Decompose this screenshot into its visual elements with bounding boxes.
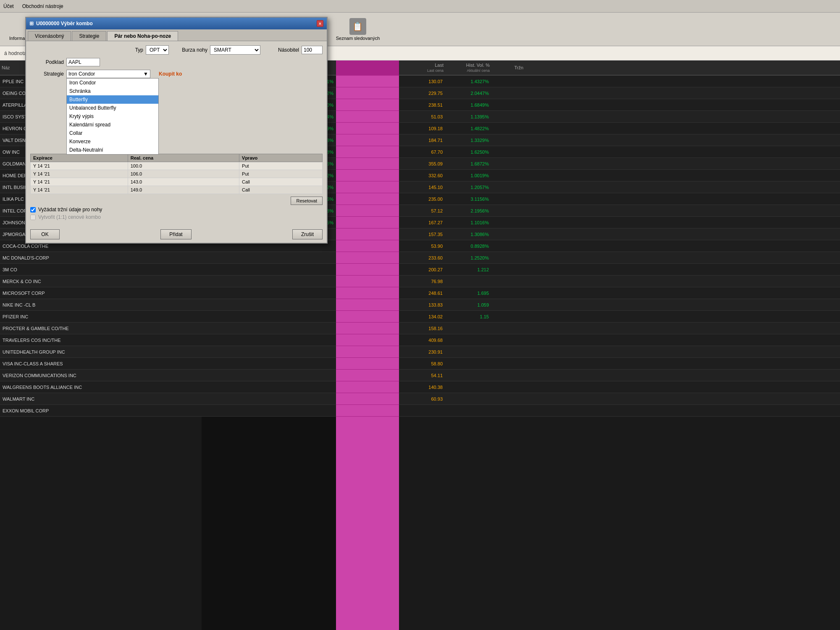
nasobitel-input[interactable] — [302, 46, 323, 54]
right-last: 167.27 — [399, 220, 445, 225]
right-row: 158.16 — [399, 323, 840, 334]
pink-row — [336, 87, 399, 99]
watchlist-cell-name: 3M CO — [0, 267, 92, 272]
typ-select[interactable]: OPT STK — [146, 45, 169, 55]
pct-row — [286, 346, 336, 358]
modal-tab-vicenasobny[interactable]: Vícenásobný — [28, 31, 71, 41]
legs-col-real: Real. cena — [128, 154, 239, 162]
legs-tbody: Y 14 '21 100.0 Put Y 14 '21 106.0 Put Y … — [31, 162, 323, 194]
pct-row — [286, 323, 336, 334]
right-last: 109.18 — [399, 126, 445, 131]
pink-bar-section — [336, 60, 399, 630]
nav-item-obchodni[interactable]: Obchodní nástroje — [22, 3, 63, 9]
watchlist-row: WALGREENS BOOTS ALLIANCE INC — [0, 381, 202, 393]
modal-close-button[interactable]: × — [317, 20, 323, 27]
watchlist-cell-name: EXXON MOBIL CORP — [0, 408, 92, 413]
resetovat-button[interactable]: Resetovat — [291, 197, 323, 205]
legs-cell-vpravo: Put — [239, 170, 323, 178]
burza-select[interactable]: SMART NYSE NASDAQ — [210, 45, 260, 55]
checkbox-cenove[interactable] — [30, 215, 36, 220]
right-last: 184.71 — [399, 138, 445, 143]
watchlist-row: MC DONALD'S-CORP — [0, 252, 202, 264]
pct-row — [286, 252, 336, 264]
right-last: 355.09 — [399, 161, 445, 166]
watchlist-row: VERIZON COMMUNICATIONS INC — [0, 370, 202, 381]
pink-row — [336, 311, 399, 323]
right-last: 54.11 — [399, 373, 445, 378]
watchlist-cell-name: NIKE INC -CL B — [0, 302, 92, 307]
strategie-dropdown-list[interactable]: Iron Condor Schránka Butterfly Unbalance… — [66, 78, 159, 155]
right-last: 140.38 — [399, 385, 445, 390]
toolbar-item-seznam[interactable]: 📋 Seznam sledovaných — [336, 18, 380, 41]
right-hist: 1.2520% — [445, 255, 491, 260]
strategie-label: Strategie — [30, 71, 64, 77]
legs-cell-expirace: Y 14 '21 — [31, 162, 128, 170]
right-hist: 1.0019% — [445, 173, 491, 178]
pink-row — [336, 193, 399, 205]
pink-row — [336, 111, 399, 123]
form-row-strategie: Strategie Iron Condor ▼ Iron Condor Schr… — [30, 70, 323, 78]
modal-tabs: Vícenásobný Strategie Pár nebo Noha-po-n… — [26, 29, 327, 41]
checkbox-trhni[interactable] — [30, 207, 36, 213]
strategie-option-collar[interactable]: Collar — [67, 129, 158, 137]
pct-row — [286, 393, 336, 405]
strategie-option-unbalanced[interactable]: Unbalanced Butterfly — [67, 104, 158, 112]
right-row: 58.80 — [399, 358, 840, 370]
right-last: 134.02 — [399, 314, 445, 319]
koupit-label: Koupit ko — [159, 71, 182, 77]
right-hist: 1.1395% — [445, 114, 491, 119]
strategie-selected[interactable]: Iron Condor ▼ — [66, 70, 150, 78]
strategie-option-butterfly[interactable]: Butterfly — [67, 95, 158, 104]
chevron-down-icon: ▼ — [143, 71, 148, 77]
legs-cell-real: 106.0 — [128, 170, 239, 178]
strategie-option-kryty[interactable]: Krytý výpis — [67, 112, 158, 121]
vol-row — [202, 393, 286, 405]
strategie-option-schranka[interactable]: Schránka — [67, 87, 158, 95]
right-last: 76.98 — [399, 279, 445, 284]
pink-row — [336, 381, 399, 393]
pink-rows-container — [336, 76, 399, 417]
typ-label: Typ — [110, 47, 143, 53]
vol-row — [202, 276, 286, 287]
right-hist: 3.1156% — [445, 197, 491, 202]
ok-button[interactable]: OK — [30, 229, 60, 239]
legs-cell-vpravo: Put — [239, 162, 323, 170]
strategie-option-konverze[interactable]: Konverze — [67, 137, 158, 146]
strategie-option-iron-condor[interactable]: Iron Condor — [67, 79, 158, 87]
pink-row — [336, 358, 399, 370]
nav-item-ucet[interactable]: Účet — [3, 3, 14, 9]
watchlist-cell-name: UNITEDHEALTH GROUP INC — [0, 349, 92, 354]
right-last: 130.07 — [399, 79, 445, 84]
right-row: 200.27 1.212 — [399, 264, 840, 276]
right-row: 235.00 3.1156% — [399, 193, 840, 205]
right-hist: 1.3086% — [445, 232, 491, 237]
nasobitel-label: Násobitel — [265, 47, 299, 53]
zrusit-button[interactable]: Zrušit — [292, 229, 323, 239]
legs-cell-real: 143.0 — [128, 178, 239, 186]
col-header-last: LastLast cena — [399, 63, 445, 73]
pink-header — [336, 60, 399, 76]
right-row: 145.10 1.2057% — [399, 181, 840, 193]
legs-cell-real: 149.0 — [128, 186, 239, 194]
watchlist-cell-name: WALGREENS BOOTS ALLIANCE INC — [0, 385, 92, 390]
right-row: 60.93 — [399, 393, 840, 405]
strategie-option-kalendarni[interactable]: Kalendární spread — [67, 121, 158, 129]
pink-row — [336, 334, 399, 346]
checkbox-row-cenove: Vytvořit (1:1) cenové kombo — [30, 214, 323, 220]
modal-tab-par[interactable]: Pár nebo Noha-po-noze — [107, 31, 178, 41]
pink-row — [336, 181, 399, 193]
right-row — [399, 405, 840, 417]
vol-row — [202, 405, 286, 417]
strategie-option-delta[interactable]: Delta-Neutralní — [67, 146, 158, 154]
watchlist-row: PROCTER & GAMBLE CO/THE — [0, 323, 202, 334]
modal-tab-strategie[interactable]: Strategie — [72, 31, 106, 41]
pct-row — [286, 334, 336, 346]
right-last: 133.83 — [399, 302, 445, 307]
pridat-button[interactable]: Přidat — [160, 229, 191, 239]
vol-row — [202, 346, 286, 358]
vol-row — [202, 264, 286, 276]
pct-row — [286, 381, 336, 393]
right-last: 200.27 — [399, 267, 445, 272]
strategie-selected-text: Iron Condor — [68, 71, 95, 77]
podklad-input[interactable] — [66, 58, 100, 66]
